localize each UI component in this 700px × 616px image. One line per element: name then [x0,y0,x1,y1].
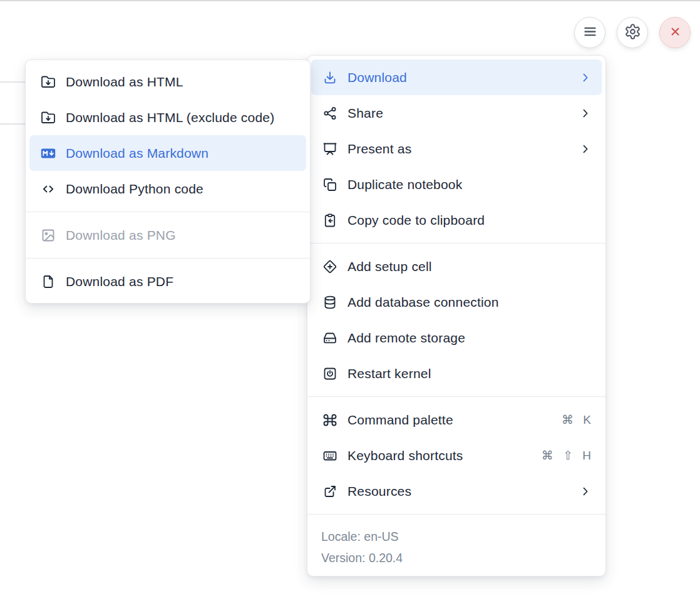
chevron-right-icon [579,485,592,498]
menu-button[interactable] [574,17,605,48]
menu-item-download-png: Download as PNG [29,217,306,253]
menu-item-share[interactable]: Share [311,95,602,131]
menu-item-label: Download Python code [66,182,296,197]
folder-down-icon [41,110,56,125]
menu-item-label: Present as [347,141,569,157]
menu-item-restart-kernel[interactable]: Restart kernel [311,356,602,391]
power-icon [322,366,337,381]
folder-down-icon [41,74,56,90]
menu-item-command-palette[interactable]: Command palette ⌘ K [311,402,602,438]
command-icon [322,413,337,428]
menu-item-duplicate-notebook[interactable]: Duplicate notebook [311,167,602,202]
presentation-icon [322,141,337,157]
download-submenu: Download as HTML Download as HTML (exclu… [25,59,311,304]
menu-item-present-as[interactable]: Present as [311,131,602,167]
close-button[interactable] [659,17,691,48]
diamond-plus-icon [322,259,337,274]
menu-item-label: Download as Markdown [66,146,296,161]
settings-button[interactable] [617,17,648,48]
page-top-border [0,0,700,1]
menu-item-download-python-code[interactable]: Download Python code [29,171,306,207]
code-icon [41,182,56,197]
menu-item-add-remote-storage[interactable]: Add remote storage [311,320,602,356]
hamburger-icon [582,23,599,43]
image-icon [41,228,56,243]
menu-separator [26,258,310,259]
menu-separator [307,396,605,397]
hard-drive-icon [322,331,337,346]
version-text: Version: 0.20.4 [321,547,605,568]
menu-item-label: Add database connection [347,295,592,310]
menu-item-download[interactable]: Download [311,59,602,95]
menu-item-label: Restart kernel [347,366,592,381]
menu-item-label: Add remote storage [347,331,592,346]
menu-separator [26,212,310,212]
chevron-right-icon [579,71,592,84]
menu-item-keyboard-shortcuts[interactable]: Keyboard shortcuts ⌘ ⇧ H [311,438,602,473]
keyboard-icon [322,448,337,463]
menu-item-download-html[interactable]: Download as HTML [29,64,306,100]
clipboard-copy-icon [322,213,337,228]
menu-item-label: Download as PNG [66,228,296,243]
close-icon [668,24,682,41]
external-link-icon [322,484,337,499]
download-icon [322,70,337,85]
locale-text: Locale: en-US [321,526,605,547]
duplicate-icon [322,177,337,192]
menu-item-label: Keyboard shortcuts [347,448,532,463]
menu-item-label: Resources [347,484,569,499]
menu-item-add-database-connection[interactable]: Add database connection [311,284,602,320]
menu-separator [307,243,605,244]
menu-item-resources[interactable]: Resources [311,473,602,509]
shortcut-badge: ⌘ ⇧ H [542,448,592,463]
menu-item-label: Add setup cell [347,259,592,274]
menu-item-label: Share [347,106,569,121]
menu-item-download-pdf[interactable]: Download as PDF [29,264,306,299]
notebook-menu: Download Share Present as Duplicate note… [307,55,606,577]
menu-item-add-setup-cell[interactable]: Add setup cell [311,249,602,284]
markdown-icon [41,146,56,161]
menu-item-download-html-exclude-code[interactable]: Download as HTML (exclude code) [29,100,306,135]
menu-item-label: Download as HTML (exclude code) [66,110,296,125]
menu-item-label: Duplicate notebook [347,177,592,192]
chevron-right-icon [579,143,592,155]
gear-icon [624,23,641,43]
floating-toolbar [574,17,691,48]
menu-item-label: Download [347,70,569,85]
backdrop-cell-border [0,123,26,125]
shortcut-badge: ⌘ K [562,413,592,427]
share-icon [322,106,337,121]
menu-item-label: Download as PDF [66,274,296,289]
database-icon [322,295,337,310]
backdrop-cell-border [0,81,26,83]
menu-separator [307,514,605,515]
menu-item-label: Command palette [347,413,552,428]
menu-item-label: Copy code to clipboard [347,213,592,228]
menu-item-download-markdown[interactable]: Download as Markdown [29,135,306,171]
file-icon [41,274,56,289]
menu-footer: Locale: en-US Version: 0.20.4 [307,520,605,572]
menu-item-copy-code[interactable]: Copy code to clipboard [311,202,602,238]
menu-item-label: Download as HTML [66,74,296,90]
chevron-right-icon [579,107,592,120]
